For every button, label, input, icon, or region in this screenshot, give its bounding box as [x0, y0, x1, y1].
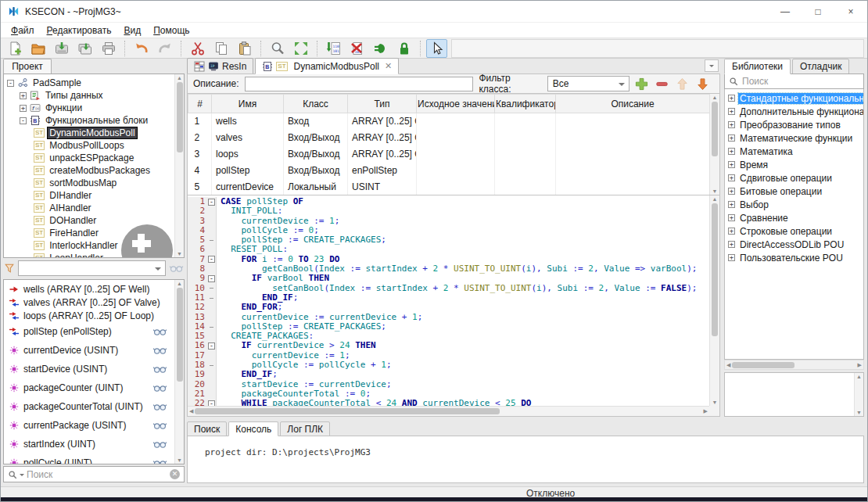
- table-cell[interactable]: wells: [212, 113, 284, 130]
- tab-project[interactable]: Проект: [3, 59, 52, 74]
- library-item-Строковые операции[interactable]: +Строковые операции: [726, 224, 863, 238]
- table-cell[interactable]: 5: [188, 179, 212, 195]
- scroll-left-icon[interactable]: ◀: [726, 362, 730, 368]
- table-cell[interactable]: enPollStep: [348, 163, 417, 179]
- table-cell[interactable]: [556, 113, 710, 130]
- table-cell[interactable]: [495, 113, 556, 130]
- table-cell[interactable]: [495, 179, 556, 195]
- table-cell[interactable]: Вход/Выход: [284, 146, 348, 163]
- menu-item-Файл[interactable]: Файл: [5, 24, 41, 37]
- tab-plc-log[interactable]: Лог ПЛК: [280, 421, 330, 436]
- search-options-caret-icon[interactable]: [20, 474, 24, 476]
- column-header-Имя[interactable]: Имя: [212, 95, 284, 113]
- scroll-left-icon[interactable]: ◀: [189, 408, 193, 414]
- fold-collapse-icon[interactable]: -: [208, 275, 215, 282]
- tree-item-DOHandler[interactable]: STDOHandler: [7, 214, 184, 227]
- remove-variable-button[interactable]: [655, 77, 669, 91]
- tree-item-ModbusPollLoops[interactable]: STModbusPollLoops: [7, 139, 184, 152]
- table-cell[interactable]: [417, 146, 495, 163]
- connect-button[interactable]: [370, 39, 391, 58]
- table-row[interactable]: 2valvesВход/ВыходARRAY [0..25] OF Valve: [188, 130, 710, 146]
- fold-collapse-icon[interactable]: -: [208, 199, 215, 206]
- variable-item-wells[interactable]: wells (ARRAY [0..25] OF Well): [5, 282, 184, 296]
- watch-variable-icon[interactable]: [152, 458, 167, 464]
- table-cell[interactable]: [417, 130, 495, 146]
- table-cell[interactable]: [556, 146, 710, 163]
- zoom-button[interactable]: [267, 39, 288, 58]
- library-item-Выбор[interactable]: +Выбор: [726, 198, 863, 211]
- column-header-Исходное значение[interactable]: Исходное значение: [417, 95, 495, 113]
- table-scrollbar[interactable]: ▲ ▼: [709, 94, 719, 195]
- cursor-button[interactable]: [426, 39, 447, 58]
- tab-search[interactable]: Поиск: [187, 421, 227, 436]
- table-cell[interactable]: 1: [188, 113, 212, 130]
- watch-variable-icon[interactable]: [152, 439, 167, 449]
- paste-button[interactable]: [234, 39, 255, 58]
- table-cell[interactable]: 4: [188, 163, 212, 179]
- variable-item-startIndex[interactable]: startIndex (UINT): [5, 435, 184, 454]
- clear-search-icon[interactable]: ✕: [170, 469, 180, 479]
- scroll-down-icon[interactable]: ▼: [712, 188, 718, 194]
- menu-item-Вид[interactable]: Вид: [117, 24, 147, 37]
- library-item-Пользовательские POU[interactable]: +Пользовательские POU: [726, 251, 863, 264]
- code-editor[interactable]: 1-CASE pollStep OF2 INIT_POLL:3 currentD…: [187, 195, 720, 417]
- library-item-DirectAccessODLib POU[interactable]: +DirectAccessODLib POU: [726, 238, 863, 251]
- variable-item-packageCounter[interactable]: packageCounter (UINT): [5, 378, 184, 397]
- variable-item-loops[interactable]: loops (ARRAY [0..25] OF Loop): [5, 309, 184, 322]
- expander-icon[interactable]: +: [728, 108, 735, 115]
- table-cell[interactable]: 2: [188, 130, 212, 146]
- expander-icon[interactable]: +: [20, 105, 27, 112]
- move-down-button[interactable]: [696, 77, 709, 91]
- library-item-Стандартные функциональные блоки[interactable]: +Стандартные функциональные блоки: [726, 91, 863, 105]
- variable-item-pollCycle[interactable]: pollCycle (UINT): [5, 454, 184, 464]
- horizontal-splitter[interactable]: [187, 417, 864, 421]
- scroll-up-icon[interactable]: ▲: [856, 374, 862, 379]
- class-filter-select[interactable]: Все: [547, 76, 629, 91]
- redo-button[interactable]: [154, 39, 175, 58]
- table-row[interactable]: 3loopsВход/ВыходARRAY [0..25] OF Loop: [188, 146, 710, 163]
- tree-item-AIHandler[interactable]: STAIHandler: [7, 202, 184, 214]
- table-cell[interactable]: [417, 113, 495, 130]
- scroll-down-icon[interactable]: ▼: [712, 400, 718, 405]
- library-search-input[interactable]: Поиск: [724, 74, 864, 89]
- variable-item-packageCounterTotal[interactable]: packageCounterTotal (UINT): [5, 397, 184, 416]
- tab-overflow-button[interactable]: [705, 59, 719, 72]
- library-item-Математические функции[interactable]: +Математические функции: [726, 131, 863, 145]
- library-horizontal-scrollbar[interactable]: ◀ ▶: [724, 360, 864, 370]
- project-tree-scrollbar[interactable]: ▲ ▼: [174, 74, 184, 257]
- variable-filter-combobox[interactable]: [18, 260, 166, 276]
- close-button[interactable]: ×: [834, 1, 867, 22]
- tab-debugger[interactable]: Отладчик: [792, 59, 849, 74]
- table-cell[interactable]: [495, 146, 556, 163]
- variable-item-currentPackage[interactable]: currentPackage (USINT): [5, 416, 184, 435]
- tab-close-icon[interactable]: ✕: [385, 61, 392, 71]
- scroll-right-icon[interactable]: ▶: [858, 362, 862, 368]
- column-header-Описание[interactable]: Описание: [556, 95, 710, 113]
- table-cell[interactable]: [495, 130, 556, 146]
- watch-variable-icon[interactable]: [152, 327, 167, 336]
- expander-icon[interactable]: +: [728, 174, 735, 181]
- expander-icon[interactable]: +: [728, 95, 735, 102]
- description-input[interactable]: [245, 77, 474, 91]
- watch-variable-icon[interactable]: [152, 383, 167, 393]
- tree-item-Типы данных[interactable]: +Типы данных: [7, 89, 184, 102]
- table-cell[interactable]: ARRAY [0..25] OF Valve: [348, 130, 417, 146]
- column-header-Квалификатор[interactable]: Квалификатор: [495, 95, 556, 113]
- menu-item-Редактировать[interactable]: Редактировать: [41, 24, 118, 37]
- expander-icon[interactable]: +: [728, 161, 735, 168]
- expander-icon[interactable]: -: [7, 80, 14, 87]
- watch-variable-icon[interactable]: [152, 421, 167, 430]
- expander-icon[interactable]: +: [728, 148, 735, 155]
- expander-icon[interactable]: +: [728, 201, 735, 208]
- table-cell[interactable]: Локальный: [284, 179, 348, 195]
- library-description-scrollbar[interactable]: ▲ ▼: [854, 373, 863, 416]
- console-output[interactable]: project dir: D:\projects\ProjMG3: [187, 436, 864, 483]
- expander-icon[interactable]: +: [728, 241, 735, 248]
- undo-button[interactable]: [131, 39, 152, 58]
- add-variable-button[interactable]: [635, 77, 648, 91]
- expander-icon[interactable]: +: [728, 214, 735, 221]
- tree-item-createModbusPackages[interactable]: STcreateModbusPackages: [7, 164, 184, 177]
- table-row[interactable]: 5currentDeviceЛокальныйUSINT: [188, 179, 710, 195]
- scroll-right-icon[interactable]: ▶: [704, 408, 708, 414]
- library-item-Преобразование типов[interactable]: +Преобразование типов: [726, 118, 863, 131]
